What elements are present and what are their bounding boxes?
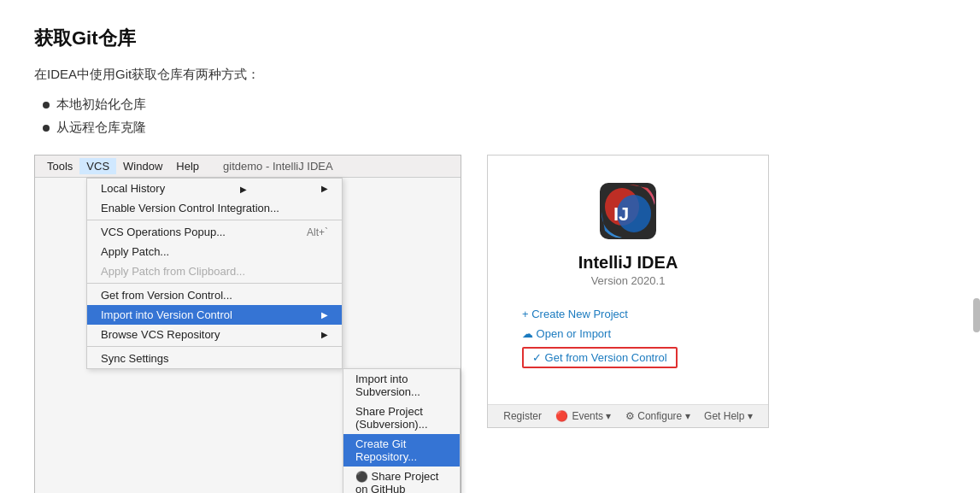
footer-register[interactable]: Register — [503, 410, 542, 422]
bullet-dot-1 — [43, 102, 50, 109]
vcs-dropdown: Local History Enable Version Control Int… — [86, 178, 343, 369]
page-wrapper: 获取Git仓库 在IDEA中使用Git获取仓库有两种方式： 本地初始化仓库 从远… — [0, 0, 980, 493]
dropdown-get-from-vcs[interactable]: Get from Version Control... — [87, 285, 342, 305]
dropdown-apply-patch[interactable]: Apply Patch... — [87, 242, 342, 261]
divider-3 — [87, 346, 342, 347]
submenu-arrow-3: ▶ — [321, 330, 328, 339]
dropdown-local-history[interactable]: Local History — [87, 179, 342, 198]
events-icon: 🔴 — [555, 410, 568, 422]
dropdown-apply-patch-clipboard: Apply Patch from Clipboard... — [87, 261, 342, 281]
intellij-body: IJ IntelliJ IDEA Version 2020.1 + Create… — [488, 156, 768, 404]
submenu-container: Import into Subversion... Share Project … — [86, 369, 461, 493]
footer-configure[interactable]: ⚙ Configure ▾ — [625, 410, 690, 422]
github-icon: ⚫ — [355, 471, 368, 483]
submenu-import-subversion[interactable]: Import into Subversion... — [343, 369, 460, 402]
submenu-create-git[interactable]: Create Git Repository... — [343, 434, 460, 467]
intellij-version: Version 2020.1 — [591, 274, 666, 287]
intellij-title: IntelliJ IDEA — [578, 253, 678, 273]
submenu-share-github[interactable]: ⚫ Share Project on GitHub — [343, 467, 460, 493]
intellij-welcome-screenshot: IJ IntelliJ IDEA Version 2020.1 + Create… — [487, 155, 769, 428]
dropdown-label: Local History — [101, 182, 165, 195]
screenshots-row: Tools VCS Window Help gitdemo - IntelliJ… — [34, 155, 946, 493]
ide-menu-screenshot: Tools VCS Window Help gitdemo - IntelliJ… — [34, 155, 461, 493]
dropdown-browse-vcs[interactable]: Browse VCS Repository ▶ — [87, 325, 342, 344]
submenu-arrow-1 — [233, 182, 247, 195]
dropdown-sync-settings[interactable]: Sync Settings — [87, 349, 342, 368]
intellij-logo: IJ — [598, 181, 658, 241]
dropdown-import-vcs[interactable]: Import into Version Control ▶ — [87, 305, 342, 325]
scrollbar[interactable] — [973, 298, 980, 332]
ide-topbar: Tools VCS Window Help gitdemo - IntelliJ… — [35, 156, 461, 178]
list-item-2: 从远程仓库克隆 — [43, 120, 946, 136]
ide-menu-window: Tools VCS Window Help gitdemo - IntelliJ… — [34, 155, 461, 493]
action-open-import[interactable]: ☁ Open or Import — [522, 327, 611, 340]
import-submenu: Import into Subversion... Share Project … — [343, 368, 461, 493]
app-title: gitdemo - IntelliJ IDEA — [223, 160, 333, 173]
menu-help[interactable]: Help — [169, 158, 206, 174]
list-item-1: 本地初始化仓库 — [43, 97, 946, 113]
page-title: 获取Git仓库 — [34, 26, 946, 51]
dropdown-enable-vcs[interactable]: Enable Version Control Integration... — [87, 198, 342, 218]
action-create-project[interactable]: + Create New Project — [522, 308, 628, 320]
footer-help[interactable]: Get Help ▾ — [704, 410, 753, 422]
dropdown-vcs-popup[interactable]: VCS Operations Popup... Alt+` — [87, 222, 342, 242]
intellij-actions: + Create New Project ☁ Open or Import ✓ … — [505, 308, 751, 368]
svg-text:IJ: IJ — [613, 203, 629, 225]
subtitle: 在IDEA中使用Git获取仓库有两种方式： — [34, 67, 946, 83]
action-get-from-vcs[interactable]: ✓ Get from Version Control — [522, 347, 678, 368]
divider-1 — [87, 220, 342, 220]
footer-events[interactable]: 🔴 Events ▾ — [555, 410, 611, 422]
menu-tools[interactable]: Tools — [40, 158, 79, 174]
bullet-dot-2 — [43, 125, 50, 132]
menu-vcs[interactable]: VCS — [79, 158, 116, 174]
submenu-share-subversion[interactable]: Share Project (Subversion)... — [343, 402, 460, 434]
divider-2 — [87, 283, 342, 284]
bullet-list: 本地初始化仓库 从远程仓库克隆 — [34, 97, 946, 136]
intellij-footer: Register 🔴 Events ▾ ⚙ Configure ▾ Get He… — [488, 404, 768, 427]
menu-window[interactable]: Window — [116, 158, 169, 174]
submenu-arrow-2: ▶ — [321, 310, 328, 320]
